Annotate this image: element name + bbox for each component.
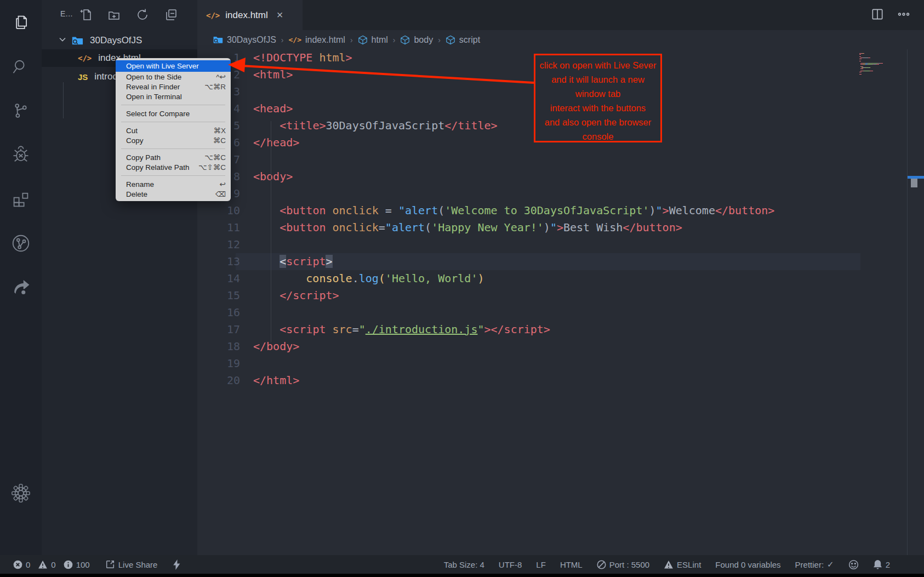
source-graph-icon[interactable]	[0, 227, 42, 260]
menu-item-delete[interactable]: Delete⌫	[116, 189, 231, 199]
tree-folder-label: 30DaysOfJS	[90, 35, 142, 46]
menu-item-open-in-terminal[interactable]: Open in Terminal	[116, 92, 231, 101]
menu-separator	[121, 105, 225, 105]
code-line-13[interactable]: 13 <script>	[197, 253, 924, 270]
code-line-11[interactable]: 11 <button onclick="alert('Happy New Yea…	[197, 219, 924, 236]
minimap[interactable]	[859, 53, 909, 75]
js-file-icon: JS	[78, 72, 88, 82]
new-folder-icon[interactable]	[107, 8, 121, 22]
line-number: 13	[197, 253, 240, 270]
html-file-icon: </>	[78, 54, 92, 62]
code-line-19[interactable]: 19	[197, 355, 924, 372]
indent-guide	[271, 121, 271, 342]
encoding-status[interactable]: UTF-8	[499, 560, 522, 569]
bell-icon	[873, 559, 882, 570]
line-number: 10	[197, 202, 240, 219]
menu-item-copy-relative-path[interactable]: Copy Relative Path⌥⇧⌘C	[116, 162, 231, 172]
live-share-icon[interactable]	[0, 271, 42, 304]
prettier-status[interactable]: Prettier:✓	[795, 559, 834, 569]
menu-item-rename[interactable]: Rename↩	[116, 179, 231, 189]
code-line-14[interactable]: 14 console.log('Hello, World')	[197, 270, 924, 287]
blocked-icon	[597, 560, 606, 569]
annotation-text-line: window tab	[535, 87, 660, 101]
share-icon	[105, 559, 115, 569]
infos-status[interactable]: 100	[64, 560, 90, 569]
code-line-9[interactable]: 9	[197, 185, 924, 202]
collapse-all-icon[interactable]	[164, 8, 178, 22]
tree-folder-root[interactable]: 30DaysOfJS	[42, 32, 197, 49]
html-file-icon: </>	[206, 11, 220, 20]
tab-index-html[interactable]: </> index.html ×	[197, 0, 303, 30]
line-number: 18	[197, 338, 240, 355]
menu-item-cut[interactable]: Cut⌘X	[116, 125, 231, 135]
line-number: 12	[197, 236, 240, 253]
info-icon	[64, 560, 73, 569]
refresh-icon[interactable]	[135, 8, 150, 22]
eslint-status[interactable]: ESLint	[664, 560, 701, 569]
menu-item-copy[interactable]: Copy⌘C	[116, 135, 231, 145]
gear-icon[interactable]	[0, 477, 42, 510]
tree-indent-guide	[63, 82, 64, 118]
breadcrumb-item-script[interactable]: script	[446, 35, 480, 45]
explorer-title: E...	[60, 9, 73, 18]
breadcrumb-item-body[interactable]: body	[400, 35, 433, 45]
minimap-border	[907, 49, 908, 555]
explorer-icon[interactable]	[0, 7, 42, 39]
line-number: 15	[197, 287, 240, 304]
menu-item-select-for-compare[interactable]: Select for Compare	[116, 108, 231, 118]
annotation-text-line: interact with the buttons	[535, 101, 660, 115]
code-line-18[interactable]: 18</body>	[197, 338, 924, 355]
notifications-status[interactable]: 2	[873, 559, 890, 570]
code-line-20[interactable]: 20</html>	[197, 372, 924, 389]
breadcrumb-item-index.html[interactable]: </>index.html	[288, 35, 345, 45]
warnings-status[interactable]: 0	[38, 560, 55, 569]
search-icon[interactable]	[0, 50, 42, 83]
html-file-icon: </>	[288, 36, 301, 44]
live-share-status[interactable]: Live Share	[105, 559, 158, 569]
split-editor-icon[interactable]	[870, 7, 885, 24]
feedback-smiley-icon[interactable]	[848, 559, 859, 570]
close-icon[interactable]: ×	[277, 9, 283, 21]
code-line-15[interactable]: 15 </script>	[197, 287, 924, 304]
menu-separator	[121, 122, 225, 122]
vscode-window: E... 30DaysOfJS </>	[0, 0, 924, 577]
breadcrumb-item-html[interactable]: html	[358, 35, 388, 45]
port-status[interactable]: Port : 5500	[597, 560, 649, 569]
extensions-icon[interactable]	[0, 183, 42, 216]
menu-item-copy-path[interactable]: Copy Path⌥⌘C	[116, 152, 231, 162]
line-number: 17	[197, 321, 240, 338]
menu-item-reveal-in-finder[interactable]: Reveal in Finder⌥⌘R	[116, 82, 231, 92]
new-file-icon[interactable]	[79, 8, 93, 22]
line-number: 19	[197, 355, 240, 372]
line-number: 20	[197, 372, 240, 389]
tab-bar: </> index.html ×	[197, 0, 924, 30]
code-line-10[interactable]: 10 <button onclick = "alert('Welcome to …	[197, 202, 924, 219]
variables-status[interactable]: Found 0 variables	[715, 560, 780, 569]
code-line-12[interactable]: 12	[197, 236, 924, 253]
code-line-16[interactable]: 16	[197, 304, 924, 321]
errors-status[interactable]: 0	[13, 560, 30, 569]
line-number: 11	[197, 219, 240, 236]
code-line-17[interactable]: 17 <script src="./introduction.js"></scr…	[197, 321, 924, 338]
annotation-box: click on open with Live Severand it will…	[534, 54, 662, 142]
debug-icon[interactable]	[0, 139, 42, 172]
lightning-icon[interactable]	[173, 559, 181, 570]
folder-icon	[213, 35, 223, 45]
eol-status[interactable]: LF	[536, 560, 546, 569]
annotation-text-line: and also open the browser	[535, 115, 660, 129]
symbol-cube-icon	[446, 35, 455, 45]
tab-size-status[interactable]: Tab Size: 4	[444, 560, 484, 569]
menu-item-open-with-live-server[interactable]: Open with Live Server	[116, 60, 231, 72]
menu-item-open-to-the-side[interactable]: Open to the Side^↩	[116, 72, 231, 82]
source-control-icon[interactable]	[0, 94, 42, 127]
scrollbar-thumb[interactable]	[911, 179, 917, 187]
language-status[interactable]: HTML	[560, 560, 583, 569]
symbol-cube-icon	[358, 35, 368, 45]
breadcrumb-item-30DaysOfJS[interactable]: 30DaysOfJS	[213, 35, 276, 45]
breadcrumb-separator: ›	[393, 36, 396, 44]
breadcrumb-separator: ›	[350, 36, 353, 44]
activity-bar	[0, 0, 42, 555]
code-line-7[interactable]: 7	[197, 151, 924, 168]
code-line-8[interactable]: 8<body>	[197, 168, 924, 185]
more-actions-icon[interactable]	[897, 7, 911, 24]
